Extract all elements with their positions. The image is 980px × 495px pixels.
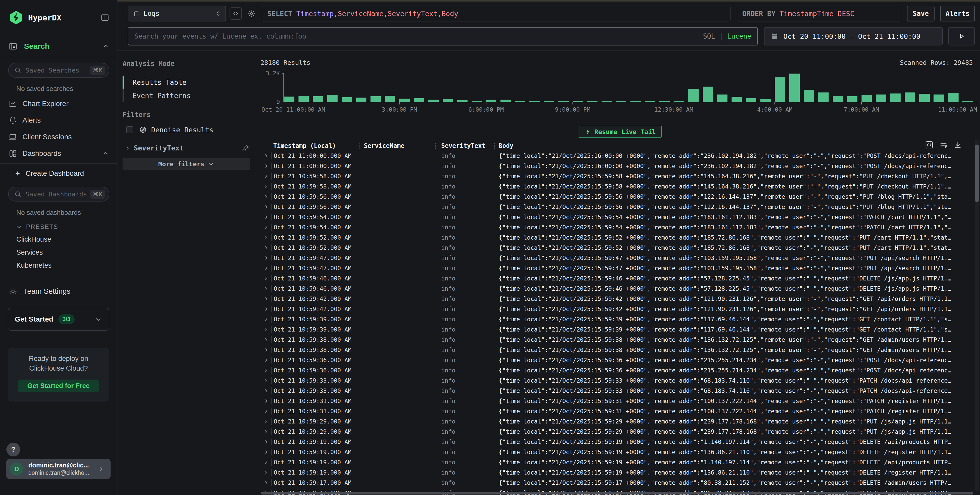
col-severitytext[interactable]: SeverityText (435, 142, 494, 150)
row-expand-chevron-icon[interactable] (261, 327, 271, 332)
table-row[interactable]: Oct 21 10:59:54.000 AM info {"time_local… (261, 212, 980, 222)
row-expand-chevron-icon[interactable] (261, 276, 271, 281)
row-expand-chevron-icon[interactable] (261, 460, 271, 465)
row-expand-chevron-icon[interactable] (261, 419, 271, 424)
resume-live-tail-button[interactable]: Resume Live Tail (579, 126, 662, 138)
histogram-bar[interactable] (674, 101, 684, 102)
histogram-bar[interactable] (601, 101, 612, 102)
table-row[interactable]: Oct 21 10:59:19.000 AM info {"time_local… (261, 447, 980, 457)
time-range-picker[interactable]: Oct 20 11:00:00 - Oct 21 11:00:00 (764, 27, 943, 45)
order-by-input[interactable]: ORDER BY TimestampTime DESC (737, 6, 901, 21)
source-select[interactable]: Logs (128, 6, 226, 21)
table-row[interactable]: Oct 21 10:59:38.000 AM info {"time_local… (261, 334, 980, 345)
mode-results-table[interactable]: Results Table (124, 76, 250, 89)
saved-searches-input[interactable]: Saved Searches ⌘K (8, 63, 109, 78)
table-row[interactable]: Oct 21 10:59:29.000 AM info {"time_local… (261, 427, 980, 437)
table-row[interactable]: Oct 21 10:59:17.000 AM info {"time_local… (261, 477, 980, 488)
table-row[interactable]: Oct 21 10:59:38.000 AM info {"time_local… (261, 345, 980, 355)
mode-event-patterns[interactable]: Event Patterns (124, 89, 250, 102)
settings-gear-icon-button[interactable] (245, 7, 258, 20)
histogram-bar[interactable] (457, 100, 468, 102)
histogram-bar[interactable] (385, 96, 396, 102)
histogram-bar[interactable] (501, 100, 511, 102)
histogram-bar[interactable] (515, 101, 525, 102)
histogram-bar[interactable] (890, 94, 901, 102)
table-row[interactable]: Oct 21 10:59:47.000 AM info {"time_local… (261, 253, 980, 263)
table-row[interactable]: Oct 21 10:59:19.000 AM info {"time_local… (261, 437, 980, 447)
table-row[interactable]: Oct 21 10:59:29.000 AM info {"time_local… (261, 416, 980, 427)
table-row[interactable]: Oct 21 10:59:33.000 AM info {"time_local… (261, 376, 980, 386)
histogram-bar[interactable] (732, 97, 742, 102)
histogram-bar[interactable] (688, 89, 698, 102)
table-row[interactable]: Oct 21 10:59:58.000 AM info {"time_local… (261, 171, 980, 181)
sidebar-collapse-icon[interactable] (100, 13, 109, 22)
table-row[interactable]: Oct 21 10:59:19.000 AM info {"time_local… (261, 457, 980, 467)
row-expand-chevron-icon[interactable] (261, 398, 271, 404)
histogram-bar[interactable] (905, 92, 915, 102)
row-expand-chevron-icon[interactable] (261, 173, 271, 179)
histogram-bar[interactable] (818, 92, 829, 102)
sql-editor-icon-button[interactable] (229, 7, 242, 20)
row-expand-chevron-icon[interactable] (261, 153, 271, 158)
histogram-bar[interactable] (573, 101, 583, 102)
table-row[interactable]: Oct 21 10:59:46.000 AM info {"time_local… (261, 273, 980, 283)
histogram-bar[interactable] (760, 99, 771, 102)
histogram-bar[interactable] (587, 101, 598, 102)
histogram-bar[interactable] (934, 94, 944, 102)
table-row[interactable]: Oct 21 10:59:56.000 AM info {"time_local… (261, 202, 980, 212)
table-row[interactable]: Oct 21 10:59:39.000 AM info {"time_local… (261, 325, 980, 334)
row-expand-chevron-icon[interactable] (261, 388, 271, 393)
histogram-bar[interactable] (558, 101, 569, 102)
histogram-bar[interactable] (630, 101, 641, 102)
row-expand-chevron-icon[interactable] (261, 164, 271, 169)
table-row[interactable]: Oct 21 10:59:56.000 AM info {"time_local… (261, 191, 980, 202)
row-expand-chevron-icon[interactable] (261, 317, 271, 322)
lucene-language-toggle[interactable]: Lucene (727, 32, 751, 40)
histogram-bar[interactable] (342, 97, 352, 102)
download-icon[interactable] (953, 140, 962, 149)
table-row[interactable]: Oct 21 10:59:42.000 AM info {"time_local… (261, 294, 980, 304)
histogram-bar[interactable] (284, 97, 294, 102)
more-filters-button[interactable]: More filters (123, 158, 250, 170)
user-menu[interactable]: D dominic.tran@clic... dominic.tran@clic… (6, 459, 111, 479)
vertical-scrollbar[interactable] (975, 140, 979, 492)
histogram-bar[interactable] (876, 94, 886, 102)
row-expand-chevron-icon[interactable] (261, 429, 271, 434)
preset-kubernetes[interactable]: Kubernetes (0, 256, 117, 269)
histogram-bar[interactable] (486, 100, 496, 102)
histogram-bar[interactable] (717, 94, 727, 102)
histogram-bar[interactable] (371, 96, 381, 102)
table-row[interactable]: Oct 21 10:59:54.000 AM info {"time_local… (261, 222, 980, 232)
alerts-button[interactable]: Alerts (940, 6, 975, 21)
row-expand-chevron-icon[interactable] (261, 194, 271, 199)
presets-toggle[interactable]: PRESETS (0, 216, 117, 231)
select-columns-input[interactable]: SELECT Timestamp ,ServiceName,SeverityTe… (262, 6, 730, 21)
horizontal-scrollbar[interactable] (261, 492, 974, 495)
histogram-bar[interactable] (616, 101, 626, 102)
col-body[interactable]: Body (494, 142, 980, 150)
row-expand-chevron-icon[interactable] (261, 266, 271, 271)
preset-clickhouse[interactable]: ClickHouse (0, 231, 117, 244)
table-row[interactable]: Oct 21 11:00:00.000 AM info {"time_local… (261, 161, 980, 171)
histogram-bar[interactable] (327, 95, 338, 102)
chevron-up-icon[interactable] (102, 150, 109, 157)
histogram-bar[interactable] (833, 96, 843, 102)
histogram-bar[interactable] (703, 87, 713, 102)
table-row[interactable]: Oct 21 10:59:33.000 AM info {"time_local… (261, 386, 980, 396)
table-row[interactable]: Oct 21 10:59:46.000 AM info {"time_local… (261, 283, 980, 294)
preset-services[interactable]: Services (0, 244, 117, 256)
table-row[interactable]: Oct 21 10:59:47.000 AM info {"time_local… (261, 263, 980, 273)
save-button[interactable]: Save (907, 6, 935, 21)
get-started-free-button[interactable]: Get Started for Free (18, 380, 99, 392)
histogram-bar[interactable] (659, 101, 670, 102)
table-row[interactable]: Oct 21 10:59:39.000 AM info {"time_local… (261, 314, 980, 325)
histogram-bar[interactable] (299, 96, 309, 102)
table-row[interactable]: Oct 21 10:59:58.000 AM info {"time_local… (261, 181, 980, 191)
histogram-bar[interactable] (862, 95, 872, 102)
histogram-bar[interactable] (804, 90, 814, 102)
row-expand-chevron-icon[interactable] (261, 439, 271, 444)
sidebar-item-team-settings[interactable]: Team Settings (0, 282, 117, 300)
sidebar-item-client-sessions[interactable]: Client Sessions (0, 129, 117, 145)
table-row[interactable]: Oct 21 10:59:31.000 AM info {"time_local… (261, 406, 980, 416)
severity-filter-group[interactable]: SeverityText (123, 144, 250, 152)
